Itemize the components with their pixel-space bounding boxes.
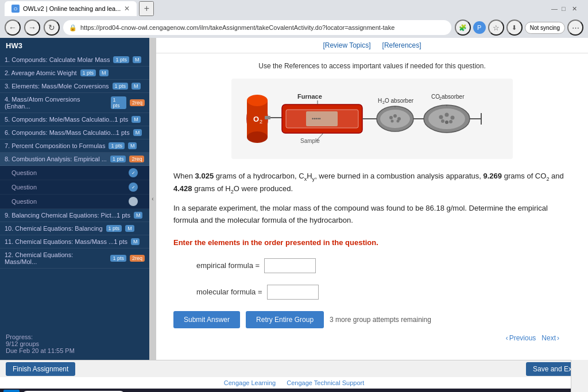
new-tab-button[interactable]: + [139,1,154,16]
maximize-button[interactable]: □ [562,5,568,12]
taskbar-edge-icon[interactable]: 🌐 [127,390,140,392]
taskbar-teams-icon[interactable]: T [202,390,215,392]
progress-label: Progress: [6,333,144,340]
sidebar-item-12[interactable]: 12. Chemical Equations: Mass/Mol... 1 pt… [0,249,149,269]
sidebar-item-7-pts: 1 pts [109,142,125,149]
review-topics-link[interactable]: [Review Topics] [323,41,370,49]
sidebar-item-9-badge: M [134,212,143,219]
svg-rect-11 [306,111,338,126]
sidebar-item-4[interactable]: 4. Mass/Atom Conversions (Enhan... 1 pts… [0,93,149,113]
taskbar-excel-icon[interactable]: X [262,390,274,392]
minimize-button[interactable]: — [551,5,558,12]
taskbar: 🔍 Type here to search 🌐 📁 🛍 ✉ ♫ T M 📝 G … [0,389,588,392]
sidebar-item-7-label: 7. Percent Composition to Formulas [5,142,105,149]
back-button[interactable]: ← [5,20,21,36]
close-button[interactable]: ✕ [572,5,579,12]
retry-button[interactable]: Retry Entire Group [246,311,324,328]
sidebar-item-1-pts: 1 pts [113,56,129,63]
sidebar-item-6[interactable]: 6. Compounds: Mass/Mass Calculatio...1 p… [0,126,149,139]
sidebar-item-8-pts: 1 pts [110,156,126,162]
sidebar-item-10-label: 10. Chemical Equations: Balancing [5,225,103,232]
empirical-label: empirical formula = [196,261,260,270]
mass-h2o: 4.428 [173,184,192,193]
svg-text:•••••: ••••• [312,116,321,122]
active-tab[interactable]: O OWLv2 | Online teaching and lea... ✕ [5,1,137,16]
svg-point-4 [247,95,268,106]
molecular-formula-input[interactable] [267,285,319,300]
attempts-text: 3 more group attempts remaining [330,316,431,324]
taskbar-note-icon[interactable]: 📝 [232,390,245,392]
collapse-sidebar-button[interactable]: ‹ [149,38,156,360]
svg-rect-7 [265,116,270,119]
svg-point-37 [449,120,452,123]
content-area: [Review Topics] [References] Use the Ref… [156,38,588,360]
download-icon[interactable]: ⬇ [506,20,523,36]
finish-assignment-button[interactable]: Finish Assignment [6,362,75,376]
sidebar-sub-item-1[interactable]: Question ✓ [0,166,149,180]
apparatus-image: O 2 ••••• Furnace [231,79,513,159]
sidebar-item-8[interactable]: 8. Combustion Analysis: Empirical ... 1 … [0,153,149,166]
sidebar-item-1-label: 1. Compounds: Calculate Molar Mass [5,56,110,63]
settings-icon[interactable]: ⋯ [567,20,583,36]
svg-point-33 [439,115,443,119]
sidebar: HW3 1. Compounds: Calculate Molar Mass 1… [0,38,149,360]
next-link[interactable]: Next › [541,334,559,342]
sidebar-sub-item-2[interactable]: Question ✓ [0,180,149,195]
sidebar-sub-item-3[interactable]: Question [0,195,149,209]
sidebar-item-1[interactable]: 1. Compounds: Calculate Molar Mass 1 pts… [0,53,149,67]
sidebar-item-1-badge: M [133,56,142,63]
sidebar-item-3[interactable]: 3. Elements: Mass/Mole Conversions 1 pts… [0,80,149,93]
bottom-assignment-bar: Finish Assignment Save and Exit [0,360,588,377]
mass-hydrocarbon: 3.025 [195,172,214,180]
start-button[interactable] [3,390,20,392]
empirical-formula-row: empirical formula = [173,258,571,273]
sidebar-item-2[interactable]: 2. Average Atomic Weight 1 pts M [0,67,149,80]
taskbar-gmail-icon[interactable]: M [217,390,230,392]
tab-close-button[interactable]: ✕ [124,5,130,13]
address-bar[interactable]: 🔒 https://prod04-cnow-owl.cengagenow.com… [63,20,451,35]
taskbar-store-icon[interactable]: 🛍 [157,390,170,392]
refresh-button[interactable]: ↻ [44,20,60,36]
svg-point-23 [391,120,394,123]
svg-text:O: O [253,115,259,123]
cengage-learning-link[interactable]: Cengage Learning [224,379,276,386]
sidebar-item-2-label: 2. Average Atomic Weight [5,69,77,76]
references-link[interactable]: [References] [382,41,421,49]
sidebar-item-3-badge: M [131,83,141,90]
sidebar-item-10-pts: 1 pts [106,225,122,232]
sidebar-item-11-label: 11. Chemical Equations: Mass/Mass ...1 p… [5,238,127,245]
svg-point-3 [247,131,268,143]
svg-text:H: H [378,98,382,104]
sidebar-scroll[interactable]: 1. Compounds: Calculate Molar Mass 1 pts… [0,53,149,328]
toolbar-icons: 🧩 P ☆ ⬇ Not syncing ⋯ [455,20,583,36]
sidebar-item-10[interactable]: 10. Chemical Equations: Balancing 1 pts … [0,222,149,235]
sidebar-item-5[interactable]: 5. Compounds: Mole/Mass Calculatio...1 p… [0,113,149,126]
sidebar-sub-item-3-icon [129,197,138,206]
instruction-text: Use the References to access important v… [173,62,571,70]
cengage-support-link[interactable]: Cengage Technical Support [287,379,364,386]
taskbar-file-icon[interactable]: 📁 [142,390,155,392]
sidebar-item-11[interactable]: 11. Chemical Equations: Mass/Mass ...1 p… [0,235,149,249]
molar-mass: 86.18 [425,204,444,212]
taskbar-chrome-icon[interactable]: G [247,390,260,392]
taskbar-mail-icon[interactable]: ✉ [172,390,185,392]
tab-title: OWLv2 | Online teaching and lea... [23,5,121,12]
profile-icon[interactable]: P [473,21,486,34]
not-syncing-button[interactable]: Not syncing [525,22,565,34]
svg-point-38 [445,121,448,124]
taskbar-spotify-icon[interactable]: ♫ [187,390,200,392]
sidebar-item-10-badge: M [125,225,134,232]
star-icon[interactable]: ☆ [488,20,504,36]
extensions-icon[interactable]: 🧩 [455,20,471,36]
svg-point-34 [445,113,449,117]
forward-button[interactable]: → [24,20,40,36]
sidebar-item-9[interactable]: 9. Balancing Chemical Equations: Pict...… [0,209,149,222]
tab-favicon: O [11,5,20,13]
svg-text:O absorber: O absorber [385,98,414,104]
sidebar-header: HW3 [0,38,149,53]
sidebar-item-11-badge: M [131,238,140,245]
empirical-formula-input[interactable] [264,258,316,273]
previous-link[interactable]: ‹ Previous [506,334,536,342]
submit-answer-button[interactable]: Submit Answer [173,311,240,328]
sidebar-item-7[interactable]: 7. Percent Composition to Formulas 1 pts… [0,139,149,153]
